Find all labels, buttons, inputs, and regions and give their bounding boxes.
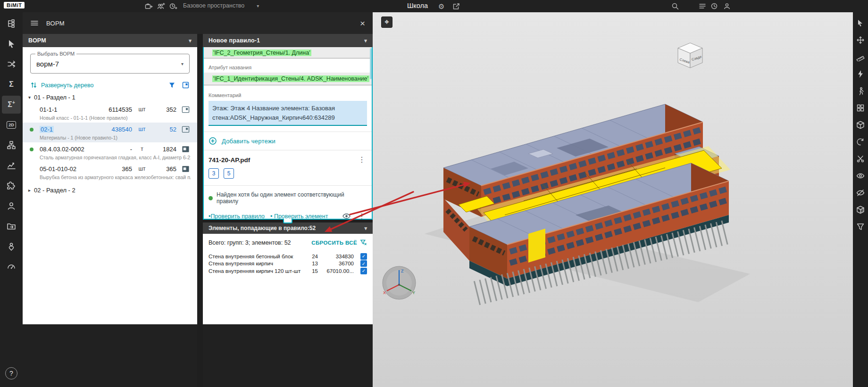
visibility-eye-icon[interactable] [342, 212, 351, 221]
add-drawings-button[interactable]: Добавить чертежи [209, 137, 367, 145]
check-element-link[interactable]: • Проверить элемент [270, 213, 328, 220]
reset-all-button[interactable]: СБРОСИТЬ ВСЁ [311, 239, 367, 246]
filter-icon[interactable] [168, 81, 176, 89]
row-qty: 52 [152, 126, 176, 133]
tree-section-header[interactable]: ВОРМ ▾ [23, 34, 197, 47]
tree-body: Выбрать ВОРМ ворм-7 ▾ Развернуть дерево … [23, 47, 197, 324]
workspace-dropdown[interactable]: Базовое пространство ▾ [183, 2, 259, 9]
element-row[interactable]: Стена внутренняя кирпич 120 шт-шт 15 670… [209, 267, 367, 275]
sum-tool[interactable]: Σ [2, 75, 21, 93]
element-checkbox[interactable]: ✓ [360, 253, 367, 260]
hierarchy-tool[interactable] [2, 136, 21, 154]
orientation-gizmo[interactable]: Z X Y [380, 263, 418, 301]
view-cube[interactable]: Слева Сзади [674, 39, 708, 73]
drawing-file-row[interactable]: 741-20-AP.pdf ⋮ [209, 156, 367, 164]
sheet-badge[interactable]: 5 [224, 168, 234, 179]
funnel-icon [856, 222, 865, 231]
plugins-tool[interactable] [2, 177, 21, 195]
focus-model-button[interactable]: ⌖ [381, 16, 392, 28]
element-checkbox[interactable]: ✓ [360, 260, 367, 267]
grid-view-tool[interactable] [854, 102, 867, 114]
sheet-badge[interactable]: 3 [209, 168, 219, 179]
element-row[interactable]: Стена внутренняя бетонный блок 24 334830… [209, 253, 367, 260]
share-button[interactable] [452, 2, 460, 10]
move-tool[interactable] [854, 34, 867, 46]
scrollbar[interactable] [370, 48, 372, 79]
filter-model-tool[interactable] [854, 221, 867, 233]
tree-row-selected[interactable]: 02-1 438540 шт 52 Материалы - 1 (Новое п… [23, 123, 197, 142]
tree-section-title: ВОРМ [28, 37, 46, 44]
tree-row[interactable]: 08.4.03.02-0002 - т 1824 Сталь арматурна… [23, 142, 197, 162]
search-button[interactable] [671, 2, 679, 10]
length-value: 'IFC_2_Геометрия_Стены/1. Длина' [212, 49, 311, 56]
structure-tree-tool[interactable] [2, 15, 21, 33]
actions-menu-button[interactable]: ⋮ [357, 213, 367, 220]
elements-body: Всего: групп: 3; элементов: 52 СБРОСИТЬ … [203, 234, 373, 324]
sheet-filled-icon[interactable] [182, 145, 190, 153]
attr-field[interactable]: 'IFC_1_Идентификация_Стены/4. ADSK_Наиме… [204, 73, 372, 85]
element-checkbox[interactable]: ✓ [360, 268, 367, 274]
check-rule-link[interactable]: •Проверить правило [209, 213, 265, 220]
bimit-logo[interactable]: BiMiT [4, 2, 25, 8]
menu-icon[interactable] [30, 19, 39, 27]
row-unit: шт [132, 106, 152, 113]
menu-list-button[interactable] [698, 2, 707, 10]
section-box-tool[interactable] [854, 204, 867, 216]
add-time-button[interactable] [169, 2, 178, 10]
close-panel-button[interactable]: × [360, 19, 365, 28]
walkthrough-tool[interactable] [854, 85, 867, 97]
rule-header[interactable]: Новое правило-1 ▾ [203, 34, 373, 47]
select-tool-right[interactable] [854, 17, 867, 29]
measure-tool[interactable] [854, 51, 867, 63]
settings-button[interactable]: ⚙ [438, 2, 445, 11]
tree-row[interactable]: 01-1-1 6114535 шт 352 Новый класс - 01-1… [23, 103, 197, 123]
vorm-select[interactable]: Выбрать ВОРМ ворм-7 ▾ [30, 54, 190, 74]
sheet-filled-icon[interactable] [182, 165, 190, 173]
layout-icon[interactable] [182, 81, 190, 89]
section-cut-tool[interactable] [854, 153, 867, 165]
gear-icon: ⚙ [438, 2, 444, 10]
card-drag-notch[interactable] [283, 219, 292, 223]
gauge-tool[interactable] [2, 258, 21, 276]
users-tool[interactable] [2, 197, 21, 215]
sum-plus-tool-active[interactable]: Σ+ [2, 96, 21, 114]
panel-title: ВОРМ [46, 20, 65, 27]
file-menu-button[interactable]: ⋮ [357, 156, 367, 164]
comment-field[interactable]: Этаж: Этаж 4 Название элемента: Базовая … [209, 101, 367, 126]
length-field[interactable]: 'IFC_2_Геометрия_Стены/1. Длина' [204, 47, 372, 58]
tree-group-2[interactable]: ▸ 02 - Раздел - 2 [23, 182, 197, 196]
elements-header[interactable]: Элементы, попадающие в правило:52 ▾ [203, 222, 373, 234]
profile-button[interactable] [723, 2, 731, 10]
sigma-plus-icon: Σ [8, 100, 12, 109]
add-team-button[interactable] [157, 2, 166, 10]
hierarchy-icon [7, 140, 16, 150]
user-pin-icon [7, 242, 16, 251]
sheet-icon[interactable] [182, 125, 190, 133]
model-cube-tool[interactable] [854, 119, 867, 131]
hide-element-tool[interactable] [854, 187, 867, 199]
project-title: Школа [407, 2, 428, 9]
help-button[interactable]: ? [5, 367, 17, 379]
history-button[interactable] [710, 2, 718, 10]
history-icon [710, 2, 718, 10]
add-project-button[interactable] [144, 2, 153, 10]
element-row[interactable]: Стена внутренняя кирпич 13 36700 ✓ [209, 260, 367, 268]
expand-tree-link[interactable]: Развернуть дерево [41, 82, 93, 89]
2d-view-tool[interactable]: 2D [2, 116, 21, 134]
quick-actions-tool[interactable] [854, 68, 867, 80]
reset-all-label: СБРОСИТЬ ВСЁ [311, 240, 357, 246]
sheet-icon[interactable] [182, 106, 190, 114]
refresh-view-tool[interactable] [854, 136, 867, 148]
chart-tool[interactable] [2, 156, 21, 174]
user-location-tool[interactable] [2, 238, 21, 255]
tree-row[interactable]: 05-01-010-02 365 шт 365 Вырубка бетона и… [23, 162, 197, 182]
visibility-tool[interactable] [854, 170, 867, 182]
shared-folder-tool[interactable] [2, 217, 21, 235]
viewport-3d[interactable]: ⌖ Слева Сзади Z X Y [373, 12, 853, 387]
comment-label: Комментарий [209, 92, 367, 98]
vorm-panel: ВОРМ × ВОРМ ▾ Выбрать ВОРМ ворм-7 ▾ Разв… [23, 12, 373, 387]
connections-tool[interactable] [2, 55, 21, 73]
select-tool[interactable] [2, 35, 21, 53]
tree-group-1[interactable]: ▾ 01 - Раздел - 1 [23, 89, 197, 103]
row-subtitle: Сталь арматурная горячекатаная гладкая, … [40, 155, 191, 160]
